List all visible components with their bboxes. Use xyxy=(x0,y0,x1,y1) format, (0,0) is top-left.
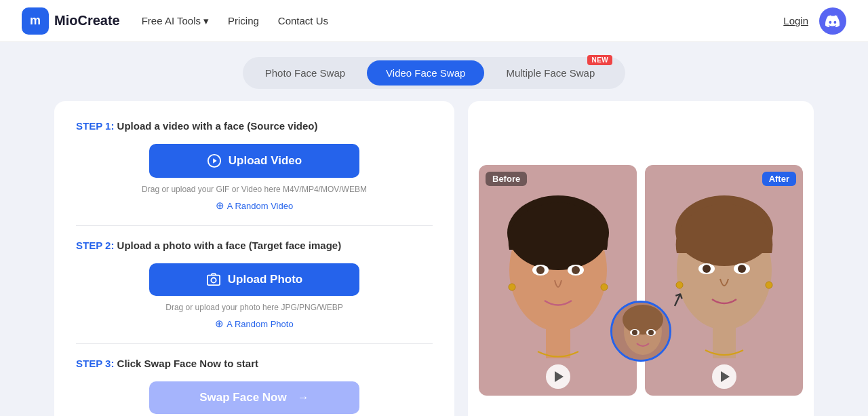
swap-face-label: Swap Face Now xyxy=(199,391,286,404)
nav-contact-us-label: Contact Us xyxy=(278,15,328,26)
upload-photo-label: Upload Photo xyxy=(228,273,302,286)
nav-free-ai-tools[interactable]: Free AI Tools ▾ xyxy=(142,15,209,27)
svg-point-17 xyxy=(632,330,637,335)
plus-circle-icon-2: ⊕ xyxy=(215,318,224,330)
upload-photo-hint: Drag or upload your photo here JPG/PNG/W… xyxy=(76,303,433,312)
after-play-icon xyxy=(721,371,730,382)
random-video-link[interactable]: ⊕ A Random Video xyxy=(76,200,433,212)
step3-text: Click Swap Face Now to start xyxy=(117,358,258,369)
tab-photo-label: Photo Face Swap xyxy=(265,67,345,79)
svg-point-3 xyxy=(211,278,216,282)
nav-pricing[interactable]: Pricing xyxy=(228,15,259,26)
swap-face-button[interactable]: Swap Face Now → xyxy=(149,381,359,414)
step2-title: STEP 2: Upload a photo with a face (Targ… xyxy=(76,240,433,251)
navbar: m MioCreate Free AI Tools ▾ Pricing Cont… xyxy=(0,0,868,42)
svg-rect-6 xyxy=(546,324,570,358)
arrow-right-icon: → xyxy=(298,391,309,404)
svg-point-11 xyxy=(509,284,515,290)
nav-pricing-label: Pricing xyxy=(228,15,259,26)
before-play-icon xyxy=(555,371,564,382)
tabs-wrapper: Photo Face Swap Video Face Swap Multiple… xyxy=(243,57,626,89)
left-panel: STEP 1: Upload a video with a face (Sour… xyxy=(54,101,454,416)
after-play-button[interactable] xyxy=(712,364,736,389)
svg-point-8 xyxy=(536,266,545,274)
svg-point-26 xyxy=(738,265,746,273)
upload-video-hint: Drag or upload your GIF or Video here M4… xyxy=(76,185,433,194)
logo-name: MioCreate xyxy=(54,13,120,29)
logo-icon: m xyxy=(22,7,49,35)
step1-title: STEP 1: Upload a video with a face (Sour… xyxy=(76,120,433,132)
right-panel: Before xyxy=(468,101,814,416)
logo[interactable]: m MioCreate xyxy=(22,7,120,35)
nav-contact-us[interactable]: Contact Us xyxy=(278,15,328,26)
plus-circle-icon: ⊕ xyxy=(216,200,224,212)
step1-label: STEP 1: xyxy=(76,120,114,132)
upload-photo-icon xyxy=(206,273,221,286)
before-play-button[interactable] xyxy=(546,364,570,389)
after-label: After xyxy=(762,172,796,186)
svg-point-19 xyxy=(648,330,654,335)
svg-point-10 xyxy=(572,266,580,274)
step1-text: Upload a video with a face (Source video… xyxy=(117,120,318,132)
tab-video-label: Video Face Swap xyxy=(386,67,465,79)
new-badge: NEW xyxy=(587,55,612,65)
svg-point-28 xyxy=(766,282,772,288)
preview-container: Before xyxy=(479,165,803,396)
svg-marker-1 xyxy=(213,158,217,163)
upload-video-label: Upload Video xyxy=(229,154,302,168)
upload-photo-button[interactable]: Upload Photo xyxy=(149,263,359,296)
before-face-illustration xyxy=(490,182,626,379)
nav-free-ai-tools-label: Free AI Tools xyxy=(142,15,201,26)
swap-circle-wrapper: ↗ xyxy=(610,301,671,362)
chevron-down-icon: ▾ xyxy=(203,15,209,27)
svg-point-15 xyxy=(623,305,663,335)
step3-title: STEP 3: Click Swap Face Now to start xyxy=(76,358,433,369)
tab-multiple-label: Multiple Face Swap xyxy=(506,67,595,79)
discord-button[interactable] xyxy=(819,7,846,35)
main-content: STEP 1: Upload a video with a face (Sour… xyxy=(0,101,868,416)
step2-label: STEP 2: xyxy=(76,240,114,251)
login-button[interactable]: Login xyxy=(783,15,808,26)
tab-video-face-swap[interactable]: Video Face Swap xyxy=(367,60,484,86)
swap-face-image xyxy=(612,303,671,362)
logo-letter: m xyxy=(30,14,41,28)
upload-video-icon xyxy=(207,153,222,168)
nav-menu: Free AI Tools ▾ Pricing Contact Us xyxy=(142,15,328,27)
random-photo-label: A Random Photo xyxy=(226,319,293,329)
navbar-left: m MioCreate Free AI Tools ▾ Pricing Cont… xyxy=(22,7,328,35)
random-video-label: A Random Video xyxy=(227,201,293,211)
swap-circle-overlay: ↗ xyxy=(610,301,671,362)
tabs-container: Photo Face Swap Video Face Swap Multiple… xyxy=(0,42,868,101)
svg-rect-2 xyxy=(208,276,220,286)
before-label: Before xyxy=(486,172,527,186)
svg-rect-22 xyxy=(713,324,736,358)
svg-point-12 xyxy=(601,284,608,290)
random-photo-link[interactable]: ⊕ A Random Photo xyxy=(76,318,433,330)
upload-video-button[interactable]: Upload Video xyxy=(149,144,359,178)
tab-photo-face-swap[interactable]: Photo Face Swap xyxy=(246,60,364,86)
step2-text: Upload a photo with a face (Target face … xyxy=(117,240,342,251)
step3-label: STEP 3: xyxy=(76,358,114,369)
swap-face-circle xyxy=(610,301,671,362)
svg-point-24 xyxy=(703,265,711,273)
navbar-right: Login xyxy=(783,7,846,35)
after-face-illustration xyxy=(656,182,792,379)
tab-multiple-face-swap[interactable]: Multiple Face Swap NEW xyxy=(487,60,622,86)
